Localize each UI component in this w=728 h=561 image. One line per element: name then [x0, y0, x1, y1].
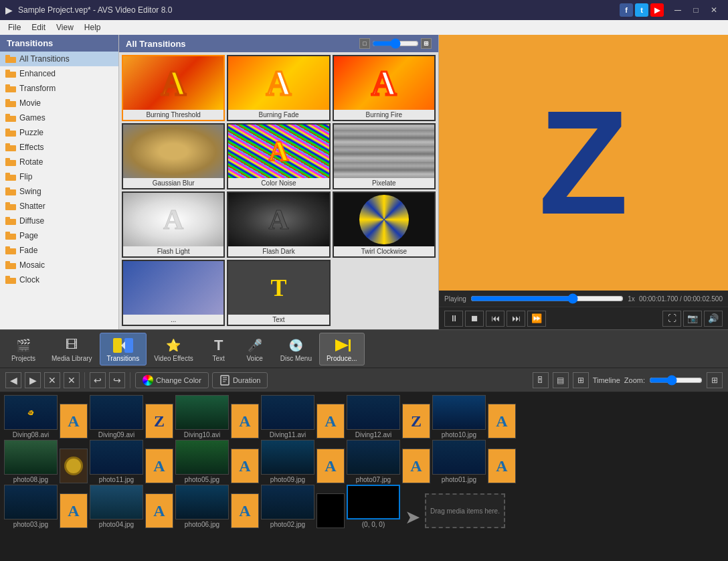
sidebar-fade[interactable]: Fade	[0, 243, 118, 258]
video-progress-slider[interactable]	[470, 293, 624, 304]
view-storyboard-btn[interactable]: ⊞	[573, 372, 589, 388]
yt-btn[interactable]: ▶	[650, 3, 664, 17]
cancel-action-btn[interactable]: ✕	[44, 372, 60, 388]
thumb-pixelate[interactable]: Pixelate	[333, 123, 436, 189]
thumb-twirl-clockwise[interactable]: Twirl Clockwise	[333, 191, 436, 258]
close-btn-2[interactable]: ✕	[705, 3, 723, 17]
sidebar-effects[interactable]: Effects	[0, 140, 118, 155]
media-item-trans-13[interactable]: A	[60, 493, 88, 528]
media-item-photo04[interactable]: photo04.jpg	[90, 485, 143, 528]
media-item-trans-2[interactable]: Z	[145, 404, 173, 438]
tool-media-library[interactable]: 🎞 Media Library	[44, 333, 100, 366]
media-item-diving10[interactable]: Diving10.avi	[175, 395, 229, 438]
media-item-trans-9[interactable]: A	[231, 449, 259, 483]
media-item-trans-3[interactable]: A	[231, 404, 259, 438]
delete-btn[interactable]: ✕	[64, 372, 80, 388]
media-item-photo07[interactable]: photo07.jpg	[347, 440, 400, 483]
media-item-trans-5[interactable]: Z	[402, 404, 430, 438]
media-item-photo03[interactable]: photo03.jpg	[4, 485, 58, 528]
btn-stop[interactable]: ⏹	[465, 311, 484, 327]
grid-size-slider[interactable]	[372, 38, 419, 49]
tool-projects[interactable]: 🎬 Projects	[3, 333, 44, 366]
tool-video-effects[interactable]: ⭐ Video Effects	[147, 333, 201, 366]
thumb-burning-fire[interactable]: A Burning Fire	[333, 55, 436, 121]
media-item-trans-7[interactable]	[60, 449, 88, 483]
zoom-slider[interactable]	[649, 375, 703, 386]
media-item-trans-11[interactable]: A	[402, 449, 430, 483]
redo-btn[interactable]: ↪	[109, 372, 125, 388]
thumb-gaussian-blur[interactable]: Gaussian Blur	[122, 123, 225, 189]
media-item-photo02[interactable]: photo02.jpg	[261, 485, 314, 528]
btn-snapshot[interactable]: 📷	[683, 311, 702, 327]
sidebar-flip[interactable]: Flip	[0, 169, 118, 184]
media-item-trans-14[interactable]: A	[145, 493, 173, 528]
media-item-photo09[interactable]: photo09.jpg	[261, 440, 314, 483]
tw-btn[interactable]: t	[635, 3, 648, 17]
menu-view-2[interactable]: View	[51, 21, 79, 33]
duration-btn[interactable]: Duration	[212, 372, 268, 388]
media-item-trans-1[interactable]: A	[60, 404, 88, 438]
tool-voice[interactable]: 🎤 Voice	[237, 333, 273, 366]
sidebar-swing[interactable]: Swing	[0, 184, 118, 199]
media-item-black[interactable]	[316, 493, 345, 528]
thumb-burning-fade[interactable]: A Burning Fade	[227, 55, 330, 121]
menu-edit-2[interactable]: Edit	[26, 21, 51, 33]
sidebar-rotate[interactable]: Rotate	[0, 155, 118, 169]
media-item-trans-12[interactable]: A	[488, 449, 516, 483]
media-item-diving08[interactable]: 🐠 Diving08.avi	[4, 395, 58, 438]
btn-pause[interactable]: ⏸	[444, 311, 463, 327]
media-item-diving11[interactable]: Diving11.avi	[261, 395, 314, 438]
sidebar-transform[interactable]: Transform	[0, 81, 118, 96]
media-item-photo06[interactable]: photo06.jpg	[175, 485, 229, 528]
tool-transitions[interactable]: Transitions	[100, 333, 147, 366]
audio-mixer-btn[interactable]: 🎚	[533, 372, 549, 388]
restore-btn-2[interactable]: □	[687, 3, 705, 17]
grid-small-btn[interactable]: □	[359, 38, 370, 49]
change-color-btn[interactable]: Change Color	[135, 372, 209, 388]
view-mode-btn[interactable]: ▤	[553, 372, 569, 388]
btn-prev[interactable]: ⏮	[486, 311, 505, 327]
tool-text[interactable]: T Text	[201, 333, 237, 366]
thumb-extra-1[interactable]: ...	[122, 260, 225, 326]
menu-help-2[interactable]: Help	[79, 21, 106, 33]
sidebar-all-transitions[interactable]: All Transitions	[0, 52, 118, 66]
nav-fwd-btn[interactable]: ▶	[25, 372, 41, 388]
media-item-photo01[interactable]: photo01.jpg	[432, 440, 486, 483]
sidebar-shatter[interactable]: Shatter	[0, 199, 118, 214]
fb-btn[interactable]: f	[620, 3, 633, 17]
thumb-flash-light[interactable]: A Flash Light	[122, 191, 225, 258]
timeline-label[interactable]: Timeline	[593, 376, 620, 384]
media-item-photo11[interactable]: photo11.jpg	[90, 440, 143, 483]
sidebar-mosaic[interactable]: Mosaic	[0, 258, 118, 272]
thumb-burning-threshold[interactable]: A Burning Threshold	[122, 55, 225, 121]
expand-timeline-btn[interactable]: ⊞	[707, 372, 723, 388]
media-item-trans-6[interactable]: A	[488, 404, 516, 438]
thumb-color-noise[interactable]: A Color Noise	[227, 123, 330, 189]
thumb-flash-dark[interactable]: A Flash Dark	[227, 191, 330, 258]
media-item-photo05[interactable]: photo05.jpg	[175, 440, 229, 483]
media-item-trans-10[interactable]: A	[316, 449, 345, 483]
tool-disc-menu[interactable]: 💿 Disc Menu	[273, 333, 319, 366]
minimize-btn-2[interactable]: ─	[669, 3, 687, 17]
thumb-text[interactable]: T Text	[227, 260, 330, 326]
sidebar-puzzle[interactable]: Puzzle	[0, 125, 118, 140]
menu-file-2[interactable]: File	[3, 21, 26, 33]
sidebar-page[interactable]: Page	[0, 228, 118, 243]
sidebar-games[interactable]: Games	[0, 110, 118, 125]
sidebar-diffuse[interactable]: Diffuse	[0, 214, 118, 228]
media-item-diving12[interactable]: Diving12.avi	[347, 395, 400, 438]
btn-next[interactable]: ⏭	[507, 311, 525, 327]
media-item-selected-black[interactable]: (0, 0, 0)	[347, 485, 400, 528]
sidebar-movie[interactable]: Movie	[0, 96, 118, 110]
grid-large-btn[interactable]: ⊞	[421, 38, 432, 49]
media-item-trans-8[interactable]: A	[145, 449, 173, 483]
sidebar-clock[interactable]: Clock	[0, 272, 118, 287]
nav-back-btn[interactable]: ◀	[5, 372, 21, 388]
media-item-photo08[interactable]: photo08.jpg	[4, 440, 58, 483]
media-item-photo10[interactable]: photo10.jpg	[432, 395, 486, 438]
btn-fullscreen[interactable]: ⛶	[662, 311, 681, 327]
tool-produce[interactable]: Produce...	[319, 333, 365, 366]
media-item-trans-4[interactable]: A	[316, 404, 345, 438]
media-item-trans-15[interactable]: A	[231, 493, 259, 528]
media-item-diving09[interactable]: Diving09.avi	[90, 395, 143, 438]
